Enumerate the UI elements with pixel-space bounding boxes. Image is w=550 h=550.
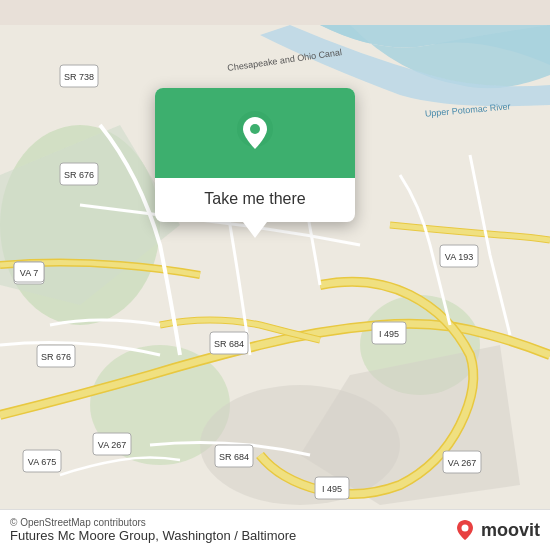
svg-text:SR 684: SR 684 (214, 339, 244, 349)
svg-point-37 (461, 525, 468, 532)
location-pin-icon (233, 111, 277, 155)
moovit-logo: moovit (453, 518, 540, 542)
map-background: SR 738 SR 676 SR 676 VA 7 SR 684 SR 684 … (0, 0, 550, 550)
moovit-brand-text: moovit (481, 520, 540, 541)
take-me-there-button[interactable]: Take me there (204, 190, 305, 208)
svg-text:SR 684: SR 684 (219, 452, 249, 462)
svg-text:SR 738: SR 738 (64, 72, 94, 82)
popup-label-area: Take me there (155, 178, 355, 222)
popup-card: Take me there (155, 88, 355, 222)
svg-text:SR 676: SR 676 (64, 170, 94, 180)
svg-point-36 (250, 124, 260, 134)
svg-text:I 495: I 495 (322, 484, 342, 494)
footer-left: © OpenStreetMap contributors Futures Mc … (10, 517, 296, 543)
moovit-pin-icon (453, 518, 477, 542)
map-container: SR 738 SR 676 SR 676 VA 7 SR 684 SR 684 … (0, 0, 550, 550)
svg-text:VA 7: VA 7 (20, 268, 38, 278)
popup-header (155, 88, 355, 178)
svg-text:VA 675: VA 675 (28, 457, 56, 467)
footer-bar: © OpenStreetMap contributors Futures Mc … (0, 509, 550, 550)
svg-text:VA 193: VA 193 (445, 252, 473, 262)
svg-text:VA 267: VA 267 (98, 440, 126, 450)
svg-text:VA 267: VA 267 (448, 458, 476, 468)
svg-text:SR 676: SR 676 (41, 352, 71, 362)
svg-text:I 495: I 495 (379, 329, 399, 339)
osm-credit: © OpenStreetMap contributors (10, 517, 296, 528)
location-title: Futures Mc Moore Group, Washington / Bal… (10, 528, 296, 543)
